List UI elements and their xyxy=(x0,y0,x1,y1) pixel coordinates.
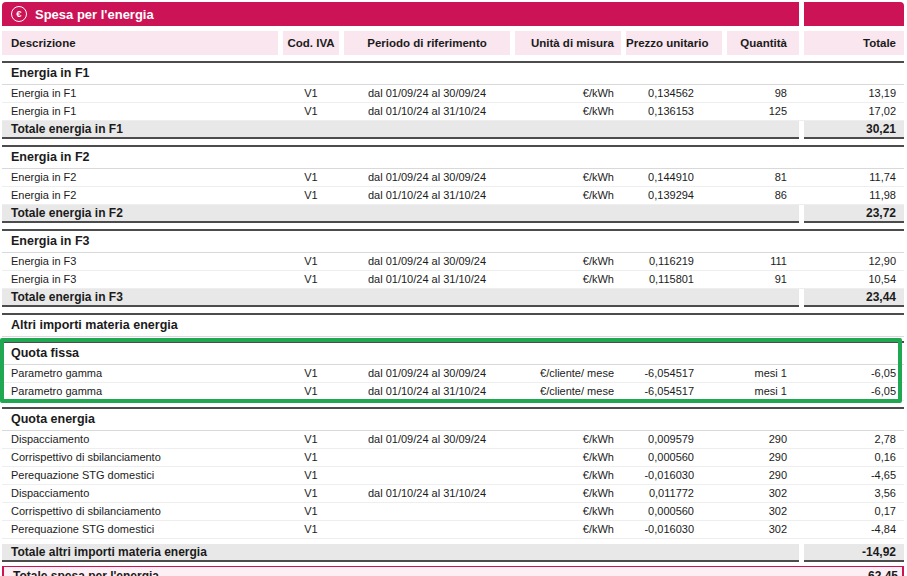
cell-iva: V1 xyxy=(283,485,339,502)
table-row: Parametro gammaV1dal 01/09/24 al 30/09/2… xyxy=(2,365,904,383)
section-header: Altri importi materia energia xyxy=(2,313,904,337)
cell-desc: Energia in F1 xyxy=(2,85,278,102)
cell-unit: €/kWh xyxy=(515,103,621,120)
cell-total: 13,19 xyxy=(804,85,904,102)
cell-unit: €/kWh xyxy=(515,449,621,466)
cell-period: dal 01/09/24 al 30/09/24 xyxy=(344,85,510,102)
total-row: Totale energia in F323,44 xyxy=(2,289,904,307)
cell-price: 0,000560 xyxy=(626,449,722,466)
total-row-label: Totale energia in F2 xyxy=(2,205,799,223)
cell-unit: €/kWh xyxy=(515,85,621,102)
total-row-value: 23,44 xyxy=(804,289,904,307)
cell-desc: Parametro gamma xyxy=(2,365,278,382)
cell-qty: 302 xyxy=(727,485,799,502)
cell-total: 0,16 xyxy=(804,449,904,466)
cell-total: 11,98 xyxy=(804,187,904,204)
total-row-value: 30,21 xyxy=(804,121,904,139)
cell-unit: €/kWh xyxy=(515,521,621,538)
cell-iva: V1 xyxy=(283,85,339,102)
cell-unit: €/kWh xyxy=(515,253,621,270)
column-header-price: Prezzo unitario xyxy=(626,31,722,55)
cell-iva: V1 xyxy=(283,365,339,382)
column-header-period: Periodo di riferimento xyxy=(344,31,510,55)
cell-price: 0,116219 xyxy=(626,253,722,270)
column-header-total: Totale xyxy=(804,31,904,55)
total-row: Totale altri importi materia energia-14,… xyxy=(2,544,904,562)
cell-total: 3,56 xyxy=(804,485,904,502)
cell-period: dal 01/10/24 al 31/10/24 xyxy=(344,383,510,400)
cell-total: -4,84 xyxy=(804,521,904,538)
cell-total: -6,05 xyxy=(804,383,904,400)
table-body: Energia in F1Energia in F1V1dal 01/09/24… xyxy=(2,61,904,576)
cell-desc: Energia in F3 xyxy=(2,271,278,288)
cell-iva: V1 xyxy=(283,103,339,120)
cell-price: 0,000560 xyxy=(626,503,722,520)
total-row-label: Totale energia in F3 xyxy=(2,289,799,307)
cell-price: -0,016030 xyxy=(626,467,722,484)
cell-qty: 302 xyxy=(727,521,799,538)
table-row: DispacciamentoV1dal 01/09/24 al 30/09/24… xyxy=(2,431,904,449)
table-row: Corrispettivo di sbilanciamentoV1€/kWh0,… xyxy=(2,503,904,521)
column-header-desc: Descrizione xyxy=(2,31,278,55)
table-row: Energia in F1V1dal 01/09/24 al 30/09/24€… xyxy=(2,85,904,103)
table-row: Energia in F3V1dal 01/10/24 al 31/10/24€… xyxy=(2,271,904,289)
cell-total: -6,05 xyxy=(804,365,904,382)
total-row-label: Totale altri importi materia energia xyxy=(2,544,799,562)
cell-total: 0,17 xyxy=(804,503,904,520)
total-row-value: 23,72 xyxy=(804,205,904,223)
cell-period xyxy=(344,467,510,484)
cell-desc: Corrispettivo di sbilanciamento xyxy=(2,503,278,520)
cell-period: dal 01/10/24 al 31/10/24 xyxy=(344,187,510,204)
cell-price: 0,009579 xyxy=(626,431,722,448)
title-bar: € Spesa per l'energia xyxy=(2,2,904,26)
cell-price: -6,054517 xyxy=(626,383,722,400)
cell-price: -0,016030 xyxy=(626,521,722,538)
cell-period: dal 01/09/24 al 30/09/24 xyxy=(344,365,510,382)
cell-qty: 81 xyxy=(727,169,799,186)
cell-period xyxy=(344,521,510,538)
cell-qty: 98 xyxy=(727,85,799,102)
cell-unit: €/kWh xyxy=(515,431,621,448)
cell-unit: €/kWh xyxy=(515,169,621,186)
cell-price: 0,134562 xyxy=(626,85,722,102)
cell-unit: €/kWh xyxy=(515,503,621,520)
total-row-value: -14,92 xyxy=(804,544,904,562)
cell-unit: €/kWh xyxy=(515,271,621,288)
cell-qty: 86 xyxy=(727,187,799,204)
cell-period xyxy=(344,503,510,520)
cell-unit: €/kWh xyxy=(515,187,621,204)
cell-total: 12,90 xyxy=(804,253,904,270)
cell-qty: 290 xyxy=(727,467,799,484)
cell-qty: 290 xyxy=(727,431,799,448)
column-header-row: DescrizioneCod. IVAPeriodo di riferiment… xyxy=(2,31,904,55)
cell-desc: Dispacciamento xyxy=(2,485,278,502)
column-header-qty: Quantità xyxy=(727,31,799,55)
cell-iva: V1 xyxy=(283,271,339,288)
grand-total-grid: Totale spesa per l'energia62,45 xyxy=(4,567,902,576)
cell-price: 0,139294 xyxy=(626,187,722,204)
cell-desc: Parametro gamma xyxy=(2,383,278,400)
cell-period: dal 01/10/24 al 31/10/24 xyxy=(344,271,510,288)
cell-desc: Dispacciamento xyxy=(2,431,278,448)
cell-price: 0,136153 xyxy=(626,103,722,120)
cell-qty: mesi 1 xyxy=(727,383,799,400)
cell-qty: 125 xyxy=(727,103,799,120)
cell-total: 17,02 xyxy=(804,103,904,120)
subsection-header: Quota fissa xyxy=(2,341,904,365)
cell-desc: Energia in F3 xyxy=(2,253,278,270)
cell-price: -6,054517 xyxy=(626,365,722,382)
page-title: Spesa per l'energia xyxy=(35,7,154,22)
cell-qty: 302 xyxy=(727,503,799,520)
table-row: Energia in F2V1dal 01/09/24 al 30/09/24€… xyxy=(2,169,904,187)
cell-iva: V1 xyxy=(283,187,339,204)
cell-period: dal 01/09/24 al 30/09/24 xyxy=(344,431,510,448)
cell-total: 2,78 xyxy=(804,431,904,448)
table-row: Perequazione STG domesticiV1€/kWh-0,0160… xyxy=(2,521,904,539)
total-row: Totale energia in F130,21 xyxy=(2,121,904,139)
subsection-header: Quota energia xyxy=(2,407,904,431)
section-header: Energia in F2 xyxy=(2,145,904,169)
table-row: Perequazione STG domesticiV1€/kWh-0,0160… xyxy=(2,467,904,485)
cell-iva: V1 xyxy=(283,503,339,520)
cell-iva: V1 xyxy=(283,253,339,270)
cell-desc: Corrispettivo di sbilanciamento xyxy=(2,449,278,466)
